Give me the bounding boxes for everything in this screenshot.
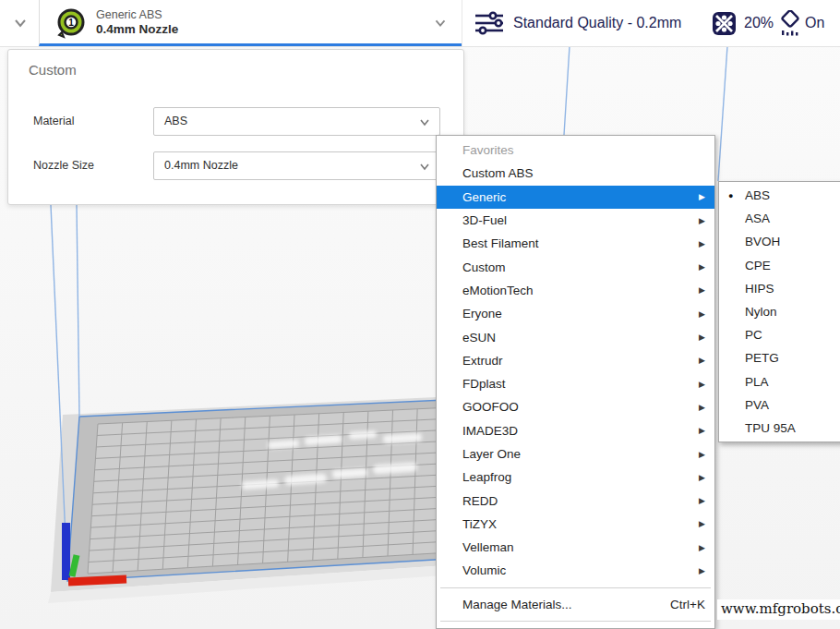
top-bar: 1 Generic ABS 0.4mm Nozzle Standard Qual… xyxy=(0,0,840,47)
menu-item-label: IMADE3D xyxy=(462,424,693,438)
submenu-item-pla[interactable]: PLA xyxy=(719,370,840,393)
material-dropdown-value: ABS xyxy=(164,108,187,135)
submenu-arrow-icon: ▶ xyxy=(699,403,705,412)
submenu-arrow-icon: ▶ xyxy=(699,239,705,248)
submenu-arrow-icon: ▶ xyxy=(699,356,705,365)
menu-item-custom[interactable]: Custom▶ xyxy=(437,255,714,278)
submenu-arrow-icon: ▶ xyxy=(699,543,705,552)
menu-item-3d-fuel[interactable]: 3D-Fuel▶ xyxy=(437,209,714,232)
submenu-item-hips[interactable]: HIPS xyxy=(719,277,840,300)
infill-percent-value: 20% xyxy=(744,0,774,46)
menu-item-label: Best Filament xyxy=(462,236,693,250)
nozzle-dropdown-value: 0.4mm Nozzle xyxy=(164,152,238,179)
submenu-item-label: PVA xyxy=(745,398,840,412)
submenu-item-bvoh[interactable]: BVOH xyxy=(719,230,840,253)
menu-item-label: REDD xyxy=(462,494,693,508)
menu-item-manage-materials[interactable]: Manage Materials...Ctrl+K xyxy=(437,593,714,616)
submenu-item-petg[interactable]: PETG xyxy=(719,346,840,369)
menu-item-label: Favorites xyxy=(462,143,705,157)
submenu-item-label: HIPS xyxy=(745,282,840,296)
menu-item-label: eSUN xyxy=(462,331,693,345)
menu-item-layer-one[interactable]: Layer One▶ xyxy=(437,442,714,466)
submenu-arrow-icon: ▶ xyxy=(699,192,705,201)
menu-item-leapfrog[interactable]: Leapfrog▶ xyxy=(437,466,714,489)
menu-item-velleman[interactable]: Velleman▶ xyxy=(437,536,714,559)
material-menu: FavoritesCustom ABSGeneric▶3D-Fuel▶Best … xyxy=(436,135,715,629)
panel-title: Custom xyxy=(29,62,77,78)
material-field-label: Material xyxy=(33,115,74,127)
material-name-label: Generic ABS xyxy=(96,7,178,22)
toolbar-divider xyxy=(462,0,462,46)
submenu-arrow-icon: ▶ xyxy=(699,309,705,319)
menu-item-fdplast[interactable]: FDplast▶ xyxy=(437,372,714,395)
axis-y-green xyxy=(72,555,77,576)
menu-item-extrudr[interactable]: Extrudr▶ xyxy=(437,349,714,372)
material-selector-tab[interactable]: 1 Generic ABS 0.4mm Nozzle xyxy=(39,0,462,46)
chevron-down-icon xyxy=(419,161,430,172)
submenu-item-label: PLA xyxy=(745,375,840,389)
submenu-arrow-icon: ▶ xyxy=(699,496,705,505)
menu-item-esun[interactable]: eSUN▶ xyxy=(437,325,714,348)
submenu-item-nylon[interactable]: Nylon xyxy=(719,300,840,323)
chevron-down-icon[interactable] xyxy=(432,15,449,31)
menu-item-redd[interactable]: REDD▶ xyxy=(437,489,714,512)
menu-item-label: Leapfrog xyxy=(462,470,693,484)
menu-item-label: Extrudr xyxy=(462,354,693,368)
quality-profile-label: Standard Quality - 0.2mm xyxy=(513,0,681,46)
submenu-item-pva[interactable]: PVA xyxy=(719,393,840,417)
menu-header-favorites: Favorites xyxy=(437,139,714,162)
site-watermark: www.mfgrobots.com xyxy=(717,599,840,620)
menu-item-tizyx[interactable]: TiZYX▶ xyxy=(437,513,714,536)
menu-item-label: Volumic xyxy=(462,563,693,577)
nozzle-field-label: Nozzle Size xyxy=(33,159,94,172)
generic-material-submenu: ●ABSASABVOHCPEHIPSNylonPCPETGPLAPVATPU 9… xyxy=(718,181,840,442)
submenu-arrow-icon: ▶ xyxy=(699,566,705,575)
material-dropdown[interactable]: ABS xyxy=(153,107,440,136)
menu-item-label: Layer One xyxy=(462,447,693,461)
menu-item-volumic[interactable]: Volumic▶ xyxy=(437,559,714,582)
menu-item-label: TiZYX xyxy=(462,517,693,531)
menu-item-emotiontech[interactable]: eMotionTech▶ xyxy=(437,279,714,302)
menu-item-imade3d[interactable]: IMADE3D▶ xyxy=(437,419,714,442)
submenu-item-tpu-95a[interactable]: TPU 95A xyxy=(719,417,840,440)
infill-icon xyxy=(712,11,737,36)
svg-text:1: 1 xyxy=(68,18,74,28)
support-icon xyxy=(777,10,803,37)
support-state-value: On xyxy=(805,0,824,46)
menu-item-best-filament[interactable]: Best Filament▶ xyxy=(437,232,714,255)
submenu-item-label: ABS xyxy=(745,188,840,202)
submenu-item-cpe[interactable]: CPE xyxy=(719,254,840,277)
submenu-item-label: Nylon xyxy=(745,305,840,319)
selected-bullet-icon: ● xyxy=(728,191,745,200)
submenu-arrow-icon: ▶ xyxy=(699,216,705,225)
submenu-arrow-icon: ▶ xyxy=(699,473,705,482)
menu-separator xyxy=(440,587,711,588)
menu-item-label: eMotionTech xyxy=(462,284,693,297)
submenu-arrow-icon: ▶ xyxy=(699,380,705,389)
submenu-arrow-icon: ▶ xyxy=(699,333,705,342)
submenu-item-label: PETG xyxy=(745,351,840,365)
menu-item-generic[interactable]: Generic▶ xyxy=(437,186,714,209)
submenu-item-pc[interactable]: PC xyxy=(719,323,840,346)
axis-z-blue xyxy=(62,523,70,580)
menu-item-label: Generic xyxy=(462,190,693,204)
submenu-item-label: ASA xyxy=(745,212,840,225)
menu-separator xyxy=(440,621,711,622)
print-settings-sliders-icon xyxy=(474,10,505,36)
menu-item-label: Eryone xyxy=(462,307,693,321)
submenu-item-label: BVOH xyxy=(745,235,840,248)
submenu-arrow-icon: ▶ xyxy=(699,262,705,272)
menu-item-label: 3D-Fuel xyxy=(462,213,693,227)
submenu-item-asa[interactable]: ASA xyxy=(719,207,840,230)
menu-item-goofoo[interactable]: GOOFOO▶ xyxy=(437,395,714,418)
menu-item-eryone[interactable]: Eryone▶ xyxy=(437,302,714,325)
nozzle-size-dropdown[interactable]: 0.4mm Nozzle xyxy=(153,151,440,180)
menu-item-label: Velleman xyxy=(462,540,693,554)
submenu-item-abs[interactable]: ●ABS xyxy=(719,184,840,207)
collapse-chevron-icon[interactable] xyxy=(11,14,30,32)
menu-item-custom-abs[interactable]: Custom ABS xyxy=(437,162,714,185)
menu-item-shortcut: Ctrl+K xyxy=(670,598,705,611)
axis-x-red xyxy=(68,579,126,582)
submenu-item-label: PC xyxy=(745,328,840,342)
menu-item-label: Custom ABS xyxy=(462,166,705,180)
